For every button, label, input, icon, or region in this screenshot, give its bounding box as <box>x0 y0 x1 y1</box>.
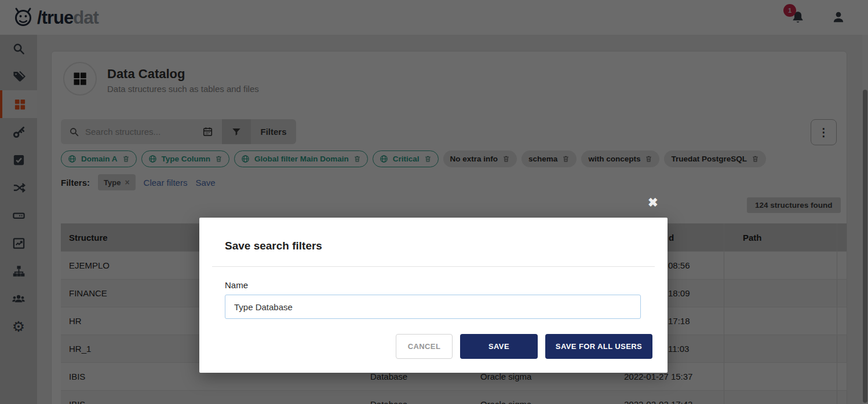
modal-divider <box>212 266 655 267</box>
modal-buttons: CANCEL SAVE SAVE FOR ALL USERS <box>396 334 652 359</box>
name-label: Name <box>225 280 248 290</box>
modal-title: Save search filters <box>225 240 322 252</box>
save-button[interactable]: SAVE <box>460 334 538 359</box>
close-icon[interactable]: ✖ <box>648 196 658 210</box>
cancel-button[interactable]: CANCEL <box>396 334 453 359</box>
name-field[interactable] <box>225 295 641 319</box>
save-search-filters-modal: Save search filters Name CANCEL SAVE SAV… <box>199 218 668 373</box>
save-for-all-users-button[interactable]: SAVE FOR ALL USERS <box>545 334 652 359</box>
